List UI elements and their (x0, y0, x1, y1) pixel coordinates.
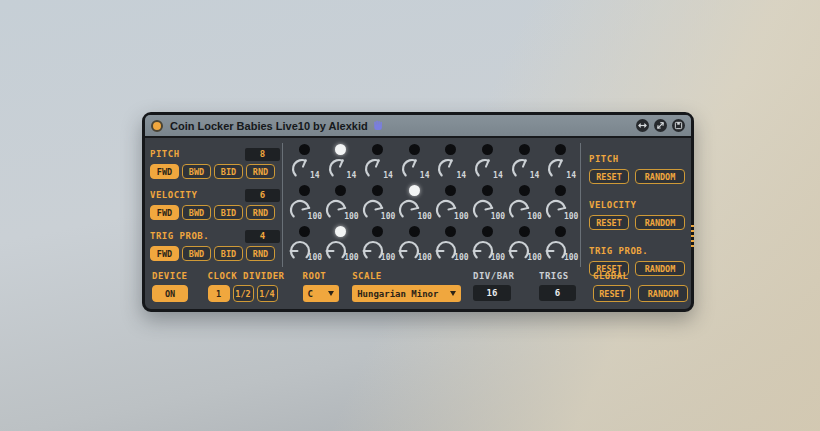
clock-divider-label: CLOCK DIVIDER (208, 271, 278, 281)
device-on-section: DEVICE ON (152, 271, 196, 302)
step-led-trig-prob-3 (372, 226, 383, 237)
step-cell-trig-prob-2: 100 (323, 224, 360, 265)
step-cell-pitch-4: 14 (396, 142, 433, 183)
right-panel: PITCH RESET RANDOM VELOCITY RESET RANDOM… (589, 147, 691, 285)
step-led-trig-prob-4 (409, 226, 420, 237)
pitch-reset-label: PITCH (589, 154, 619, 164)
step-led-trig-prob-1 (299, 226, 310, 237)
knob-value-velocity-1: 100 (308, 212, 322, 221)
pitch-section: PITCH 8 FWD BWD BID RND (150, 147, 280, 179)
clock-divider-section: CLOCK DIVIDER 1 1/2 1/4 (208, 271, 278, 302)
velocity-bwd-button[interactable]: BWD (182, 205, 211, 220)
root-section: ROOT C (303, 271, 340, 302)
step-led-pitch-1 (299, 144, 310, 155)
knob-value-trig-prob-5: 100 (454, 253, 468, 262)
step-cell-velocity-6: 100 (469, 183, 506, 224)
pitch-reset-button[interactable]: RESET (589, 169, 629, 184)
pitch-bwd-button[interactable]: BWD (182, 164, 211, 179)
trig-prob-steps-numbox[interactable]: 4 (245, 230, 280, 243)
trig-prob-fwd-button[interactable]: FWD (150, 246, 179, 261)
div-bar-section: DIV/BAR 16 (473, 271, 511, 301)
knob-value-trig-prob-7: 100 (527, 253, 541, 262)
titlebar-buttons (636, 119, 685, 132)
knob-value-velocity-3: 100 (381, 212, 395, 221)
knob-value-velocity-6: 100 (491, 212, 505, 221)
trigs-numbox[interactable]: 6 (539, 285, 576, 301)
save-button[interactable] (672, 119, 685, 132)
global-random-button[interactable]: RANDOM (638, 285, 688, 302)
left-divider (282, 143, 283, 267)
step-led-trig-prob-5 (445, 226, 456, 237)
pitch-steps-numbox[interactable]: 8 (245, 148, 280, 161)
step-led-velocity-5 (445, 185, 456, 196)
bottom-bar: DEVICE ON CLOCK DIVIDER 1 1/2 1/4 ROOT C (150, 271, 688, 302)
velocity-random-button[interactable]: RANDOM (635, 215, 685, 230)
device-activator-toggle[interactable] (151, 120, 163, 132)
step-led-velocity-8 (555, 185, 566, 196)
step-cell-pitch-1: 14 (286, 142, 323, 183)
pitch-rnd-button[interactable]: RND (246, 164, 275, 179)
clock-divider-1-4-button[interactable]: 1/4 (257, 285, 278, 302)
step-cell-pitch-2: 14 (323, 142, 360, 183)
velocity-fwd-button[interactable]: FWD (150, 205, 179, 220)
step-led-pitch-8 (555, 144, 566, 155)
trigs-label: TRIGS (539, 271, 576, 281)
step-cell-trig-prob-8: 100 (542, 224, 579, 265)
step-cell-velocity-5: 100 (433, 183, 470, 224)
step-cell-pitch-8: 14 (542, 142, 579, 183)
step-cell-velocity-4: 100 (396, 183, 433, 224)
step-cell-trig-prob-3: 100 (359, 224, 396, 265)
knob-value-pitch-1: 14 (310, 171, 320, 180)
step-cell-trig-prob-7: 100 (506, 224, 543, 265)
knob-value-velocity-8: 100 (564, 212, 578, 221)
root-label: ROOT (303, 271, 340, 281)
velocity-reset-section: VELOCITY RESET RANDOM (589, 193, 691, 230)
step-cell-pitch-5: 14 (433, 142, 470, 183)
step-cell-pitch-6: 14 (469, 142, 506, 183)
step-led-pitch-2 (335, 144, 346, 155)
knob-value-trig-prob-6: 100 (491, 253, 505, 262)
velocity-reset-button[interactable]: RESET (589, 215, 629, 230)
step-cell-velocity-8: 100 (542, 183, 579, 224)
trig-prob-bwd-button[interactable]: BWD (182, 246, 211, 261)
velocity-rnd-button[interactable]: RND (246, 205, 275, 220)
global-reset-button[interactable]: RESET (593, 285, 631, 302)
pitch-bid-button[interactable]: BID (214, 164, 243, 179)
device-on-button[interactable]: ON (152, 285, 188, 302)
pitch-label: PITCH (150, 149, 180, 159)
clock-divider-1-button[interactable]: 1 (208, 285, 230, 302)
global-section: GLOBAL RESET RANDOM (593, 271, 688, 302)
desktop-background: Coin Locker Babies Live10 by Alexkid (0, 0, 820, 431)
velocity-bid-button[interactable]: BID (214, 205, 243, 220)
trig-prob-rnd-button[interactable]: RND (246, 246, 275, 261)
pitch-random-button[interactable]: RANDOM (635, 169, 685, 184)
scale-dropdown[interactable]: Hungarian Minor (352, 285, 461, 302)
step-led-velocity-7 (519, 185, 530, 196)
fold-button[interactable] (636, 119, 649, 132)
resize-grip[interactable] (691, 225, 694, 250)
step-cell-trig-prob-6: 100 (469, 224, 506, 265)
step-cell-velocity-3: 100 (359, 183, 396, 224)
pitch-fwd-button[interactable]: FWD (150, 164, 179, 179)
device-body: PITCH 8 FWD BWD BID RND VELOCITY 6 (145, 138, 691, 310)
trig-prob-bid-button[interactable]: BID (214, 246, 243, 261)
clock-divider-1-2-button[interactable]: 1/2 (233, 285, 254, 302)
knob-value-pitch-4: 14 (420, 171, 430, 180)
pitch-reset-section: PITCH RESET RANDOM (589, 147, 691, 184)
hotswap-button[interactable] (654, 119, 667, 132)
velocity-section: VELOCITY 6 FWD BWD BID RND (150, 188, 280, 220)
knob-value-velocity-5: 100 (454, 212, 468, 221)
device-label: DEVICE (152, 271, 196, 281)
velocity-steps-numbox[interactable]: 6 (245, 189, 280, 202)
root-dropdown[interactable]: C (303, 285, 340, 302)
step-led-velocity-4 (409, 185, 420, 196)
knob-value-pitch-2: 14 (347, 171, 357, 180)
step-cell-pitch-7: 14 (506, 142, 543, 183)
step-led-pitch-6 (482, 144, 493, 155)
trigs-section: TRIGS 6 (539, 271, 576, 301)
trig-prob-label: TRIG PROB. (150, 231, 209, 241)
knob-value-velocity-4: 100 (417, 212, 431, 221)
scale-label: SCALE (352, 271, 461, 281)
div-bar-numbox[interactable]: 16 (473, 285, 511, 301)
knob-value-trig-prob-1: 100 (308, 253, 322, 262)
